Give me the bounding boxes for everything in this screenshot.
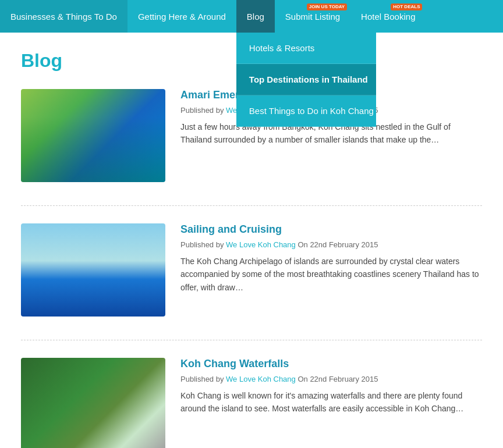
nav-item-hotel-booking[interactable]: Hotel Booking HOT DEALS: [350, 0, 426, 33]
nav-label-getting-here: Getting Here & Around: [138, 12, 226, 22]
dropdown-item-hotels[interactable]: Hotels & Resorts: [236, 33, 376, 64]
hotel-booking-badge: HOT DEALS: [391, 3, 422, 10]
post-author-3[interactable]: We Love Koh Chang: [226, 375, 296, 383]
nav-item-getting-here[interactable]: Getting Here & Around: [127, 0, 236, 33]
post-divider-2: [21, 340, 482, 340]
nav-item-submit-listing[interactable]: Submit Listing JOIN US TODAY: [275, 0, 350, 33]
post-excerpt-2: The Koh Chang Archipelago of islands are…: [180, 255, 482, 294]
post-title-2[interactable]: Sailing and Cruising: [180, 223, 482, 236]
nav-label-hotel-booking: Hotel Booking: [361, 12, 415, 22]
blog-dropdown: Hotels & Resorts Top Destinations in Tha…: [236, 33, 376, 127]
post-divider-1: [21, 205, 482, 206]
nav-item-businesses[interactable]: Businesses & Things To Do: [0, 0, 127, 33]
post-image-2: [21, 223, 165, 317]
published-by-label-2: Published by: [180, 240, 224, 249]
nav-label-businesses: Businesses & Things To Do: [10, 12, 117, 22]
post-image-3: [21, 358, 165, 448]
post-date-3: On 22nd February 2015: [297, 375, 378, 383]
post-content-2: Sailing and Cruising Published by We Lov…: [180, 223, 482, 294]
blog-post-3: Koh Chang Waterfalls Published by We Lov…: [21, 352, 482, 448]
post-date-2: On 22nd February 2015: [297, 240, 378, 249]
nav-label-blog: Blog: [247, 12, 264, 22]
post-meta-2: Published by We Love Koh Chang On 22nd F…: [180, 240, 482, 249]
nav-item-blog[interactable]: Blog Hotels & Resorts Top Destinations i…: [236, 0, 275, 33]
submit-listing-badge: JOIN US TODAY: [307, 3, 347, 10]
dropdown-item-top-destinations[interactable]: Top Destinations in Thailand: [236, 64, 376, 95]
post-excerpt-3: Koh Chang is well known for it's amazing…: [180, 389, 482, 415]
published-by-label-1: Published by: [180, 106, 224, 115]
post-content-3: Koh Chang Waterfalls Published by We Lov…: [180, 358, 482, 415]
nav-label-submit-listing: Submit Listing: [285, 12, 340, 22]
post-meta-3: Published by We Love Koh Chang On 22nd F…: [180, 375, 482, 383]
post-author-2[interactable]: We Love Koh Chang: [226, 240, 296, 249]
blog-post-2: Sailing and Cruising Published by We Lov…: [21, 218, 482, 328]
post-image-1: [21, 89, 165, 182]
dropdown-item-best-things[interactable]: Best Things to Do in Koh Chang: [236, 95, 376, 127]
published-by-label-3: Published by: [180, 375, 224, 383]
post-title-3[interactable]: Koh Chang Waterfalls: [180, 358, 482, 370]
main-nav: Businesses & Things To Do Getting Here &…: [0, 0, 503, 33]
